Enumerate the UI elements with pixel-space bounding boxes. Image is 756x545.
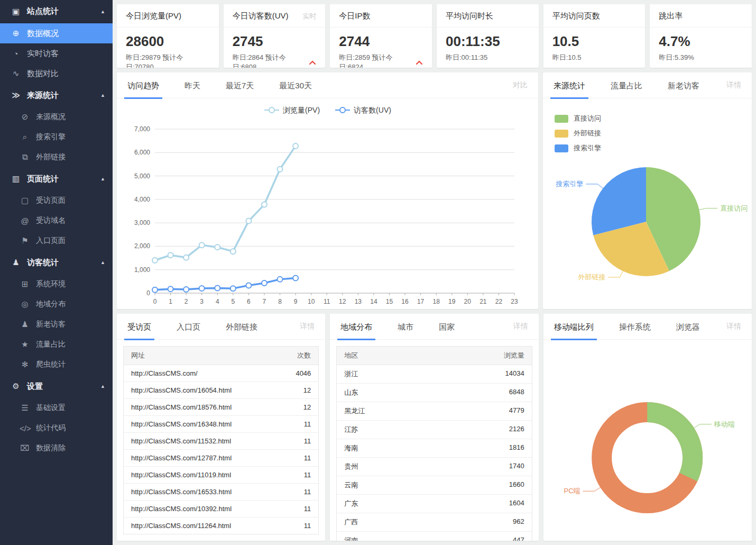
svg-text:4: 4: [216, 298, 219, 305]
region-panel: 地域分布城市国家详情 地区浏览量浙江14034山东6848黑龙江4779江苏21…: [330, 314, 538, 541]
table-col-header: 浏览量: [504, 351, 524, 360]
trend-tab[interactable]: 昨天: [185, 72, 200, 98]
trend-panel: 访问趋势昨天最近7天最近30天对比 浏览量(PV)访客数(UV) 01,0002…: [117, 72, 538, 309]
sidebar-item[interactable]: ▥页面统计▲: [0, 167, 113, 190]
table-cell-key: http://ClassCMS.com/11532.html: [131, 437, 231, 445]
source-tab[interactable]: 新老访客: [668, 72, 699, 98]
sidebar-item-label: 新老访客: [36, 320, 66, 329]
sidebar-item[interactable]: ★流量占比: [0, 334, 113, 355]
source-tab[interactable]: 流量占比: [611, 72, 642, 98]
sidebar-item[interactable]: ▢受访页面: [0, 190, 113, 211]
pages-tab[interactable]: 外部链接: [226, 314, 257, 340]
table-row: http://ClassCMS.com/16054.html12: [124, 382, 318, 399]
region-tab[interactable]: 地域分布: [340, 314, 372, 340]
svg-text:16: 16: [401, 298, 409, 305]
sidebar-item[interactable]: ⌕搜索引擎: [0, 127, 113, 147]
users-icon: ♟: [20, 320, 30, 329]
sidebar-item[interactable]: ⌧数据清除: [0, 438, 113, 458]
sidebar-item[interactable]: ⊕数据概况: [0, 23, 113, 43]
legend-label: 外部链接: [574, 129, 601, 138]
device-tab[interactable]: 操作系统: [619, 314, 651, 340]
legend-item[interactable]: 浏览量(PV): [264, 106, 320, 115]
sidebar-item[interactable]: ♟新老访客: [0, 314, 113, 334]
svg-text:15: 15: [386, 298, 393, 305]
sidebar-item[interactable]: ⊞系统环境: [0, 274, 113, 294]
sidebar-item-label: 页面统计: [27, 174, 59, 184]
up-arrow-icon: [416, 60, 423, 65]
trend-tab-bar: 访问趋势昨天最近7天最近30天对比: [117, 72, 538, 98]
sidebar-item[interactable]: ◎地域分布: [0, 294, 113, 314]
trend-tab[interactable]: 最近30天: [279, 72, 312, 98]
source-legend-item[interactable]: 搜索引擎: [555, 143, 601, 153]
pages-tab[interactable]: 受访页: [127, 314, 151, 340]
table-cell-key: 贵州: [344, 462, 358, 471]
region-tab[interactable]: 国家: [439, 314, 455, 340]
sidebar-item-label: 设置: [27, 382, 43, 392]
region-action-link[interactable]: 详情: [513, 322, 528, 331]
sidebar-item-label: 爬虫统计: [36, 360, 66, 369]
stat-card-header: 今日IP数: [330, 4, 432, 28]
sidebar-item[interactable]: ☰基础设置: [0, 398, 113, 418]
system-icon: ⊞: [20, 279, 30, 289]
stat-card-footer-text: 昨日:5.39%: [659, 53, 694, 62]
sidebar-item[interactable]: ≫来源统计▲: [0, 84, 113, 107]
collapse-arrow-icon[interactable]: ▲: [100, 9, 105, 14]
table-cell-key: 云南: [344, 480, 358, 490]
svg-text:23: 23: [511, 298, 518, 305]
pages-tab[interactable]: 入口页: [177, 314, 200, 340]
collapse-arrow-icon[interactable]: ▲: [100, 260, 105, 265]
main-content: 今日浏览量(PV)28600昨日:29879 预计今日:70780今日访客数(U…: [113, 0, 756, 545]
source-legend-item[interactable]: 外部链接: [555, 129, 601, 138]
table-row: http://ClassCMS.com/11264.html11: [124, 517, 318, 534]
table-row: http://ClassCMS.com/12787.html11: [124, 450, 318, 467]
trend-legend: 浏览量(PV)访客数(UV): [117, 98, 538, 121]
trend-tab[interactable]: 最近7天: [226, 72, 254, 98]
table-cell-key: http://ClassCMS.com/16533.html: [131, 488, 232, 496]
sidebar-item[interactable]: ⧉外部链接: [0, 147, 113, 167]
sidebar-item[interactable]: ✻爬虫统计: [0, 355, 113, 375]
table-cell-value: 11: [304, 505, 311, 513]
table-cell-value: 962: [513, 517, 524, 527]
device-tab[interactable]: 移动端比列: [554, 314, 594, 340]
sidebar-item[interactable]: ♟访客统计▲: [0, 251, 113, 274]
source-tab[interactable]: 来源统计: [554, 72, 585, 98]
collapse-arrow-icon[interactable]: ▲: [100, 93, 105, 98]
region-tab[interactable]: 城市: [398, 314, 413, 340]
table-cell-value: 6848: [509, 388, 524, 397]
trend-tab[interactable]: 访问趋势: [127, 72, 159, 98]
table-cell-value: 1816: [509, 443, 524, 453]
svg-text:6: 6: [247, 298, 251, 305]
svg-text:2: 2: [185, 298, 188, 305]
sidebar-item[interactable]: ⚙设置▲: [0, 375, 113, 398]
stat-card: 平均访问时长00:11:35昨日:00:11:35: [437, 4, 539, 68]
svg-text:10: 10: [308, 298, 315, 305]
legend-item[interactable]: 访客数(UV): [335, 106, 391, 115]
sidebar-item-label: 站点统计: [27, 6, 59, 16]
sidebar-item-label: 入口页面: [36, 236, 66, 246]
sidebar-item[interactable]: @受访域名: [0, 211, 113, 231]
pages-action-link[interactable]: 详情: [300, 322, 315, 331]
collapse-arrow-icon[interactable]: ▲: [100, 176, 105, 181]
source-legend-item[interactable]: 直接访问: [555, 114, 601, 123]
code-icon: </>: [20, 424, 30, 433]
source-action-link[interactable]: 详情: [726, 80, 741, 90]
trend-action-link[interactable]: 对比: [513, 80, 528, 90]
table-row: 海南1816: [337, 439, 531, 458]
table-header-row: 地区浏览量: [337, 347, 531, 365]
svg-text:9: 9: [294, 298, 298, 305]
sidebar-item-label: 系统环境: [36, 279, 66, 289]
sidebar-item[interactable]: ◔实时访客: [0, 43, 113, 63]
sidebar-item[interactable]: </>统计代码: [0, 418, 113, 438]
sidebar-item[interactable]: ⊘来源概况: [0, 107, 113, 127]
sidebar-item[interactable]: ⚑入口页面: [0, 231, 113, 251]
sidebar-item-label: 来源统计: [27, 90, 59, 101]
collapse-arrow-icon[interactable]: ▲: [100, 384, 105, 389]
gauge-icon: ⊘: [20, 112, 30, 122]
source-panel: 来源统计流量占比新老访客详情 直接访问外部链接搜索引擎 直接访问外部链接搜索引擎: [543, 72, 752, 309]
sidebar-item[interactable]: ▣站点统计▲: [0, 0, 113, 23]
table-row: http://ClassCMS.com/4046: [124, 365, 318, 382]
device-action-link[interactable]: 详情: [726, 322, 741, 331]
device-tab[interactable]: 浏览器: [676, 314, 700, 340]
sidebar-item[interactable]: ∿数据对比: [0, 63, 113, 84]
svg-text:7,000: 7,000: [134, 125, 150, 133]
